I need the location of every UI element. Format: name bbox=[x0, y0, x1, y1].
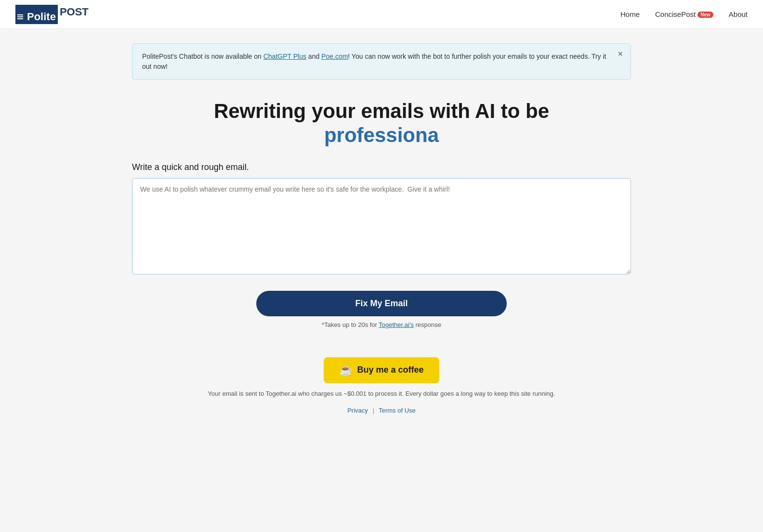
poe-link[interactable]: Poe.com bbox=[321, 52, 348, 60]
fix-email-button[interactable]: Fix My Email bbox=[256, 291, 507, 316]
nav-item-about[interactable]: About bbox=[729, 10, 748, 19]
logo-link[interactable]: Polite POST bbox=[15, 5, 91, 24]
banner-text: PolitePost's Chatbot is now available on… bbox=[142, 52, 606, 70]
coffee-section: ☕ Buy me a coffee Your email is sent to … bbox=[132, 357, 631, 397]
main-content: PolitePost's Chatbot is now available on… bbox=[117, 43, 646, 414]
email-label: Write a quick and rough email. bbox=[132, 162, 631, 172]
concisepost-label: ConcisePost bbox=[655, 10, 696, 18]
coffee-cup-icon: ☕ bbox=[339, 364, 352, 376]
nav-link-about[interactable]: About bbox=[729, 10, 748, 18]
fix-button-section: Fix My Email *Takes up to 20s for Togeth… bbox=[132, 291, 631, 328]
logo-lines-icon bbox=[17, 14, 23, 19]
banner-text-between: and bbox=[306, 52, 321, 60]
donation-note: Your email is sent to Together.ai who ch… bbox=[208, 390, 555, 397]
nav-item-home[interactable]: Home bbox=[620, 10, 640, 19]
hero-title-line2: professiona bbox=[132, 123, 631, 147]
nav-links: Home ConcisePostNew About bbox=[620, 10, 748, 19]
note-text-after: response bbox=[414, 321, 441, 328]
banner-text-before: PolitePost's Chatbot is now available on bbox=[142, 52, 263, 60]
nav-item-concisepost[interactable]: ConcisePostNew bbox=[655, 10, 713, 19]
terms-link[interactable]: Terms of Use bbox=[379, 407, 416, 414]
coffee-btn-label: Buy me a coffee bbox=[357, 365, 423, 375]
note-text-before: *Takes up to 20s for bbox=[322, 321, 379, 328]
announcement-banner: PolitePost's Chatbot is now available on… bbox=[132, 43, 631, 80]
chatgpt-plus-link[interactable]: ChatGPT Plus bbox=[263, 52, 306, 60]
nav-link-concisepost[interactable]: ConcisePostNew bbox=[655, 10, 713, 18]
response-note: *Takes up to 20s for Together.ai's respo… bbox=[322, 321, 441, 328]
email-textarea[interactable] bbox=[132, 178, 631, 274]
hero-section: Rewriting your emails with AI to be prof… bbox=[132, 99, 631, 148]
logo-polite-part: Polite bbox=[15, 5, 58, 24]
hero-title-line1: Rewriting your emails with AI to be bbox=[132, 99, 631, 123]
footer-divider: | bbox=[372, 407, 374, 414]
navbar: Polite POST Home ConcisePostNew About bbox=[0, 0, 763, 29]
email-input-section: Write a quick and rough email. bbox=[132, 162, 631, 276]
banner-close-button[interactable]: × bbox=[618, 50, 623, 58]
nav-link-home[interactable]: Home bbox=[620, 10, 640, 18]
logo-post-part: POST bbox=[58, 5, 91, 24]
buy-coffee-button[interactable]: ☕ Buy me a coffee bbox=[324, 357, 439, 383]
footer: Privacy | Terms of Use bbox=[132, 407, 631, 414]
together-ai-link[interactable]: Together.ai's bbox=[379, 321, 414, 328]
new-badge: New bbox=[697, 12, 713, 18]
logo: Polite POST bbox=[15, 5, 91, 24]
privacy-link[interactable]: Privacy bbox=[347, 407, 368, 414]
